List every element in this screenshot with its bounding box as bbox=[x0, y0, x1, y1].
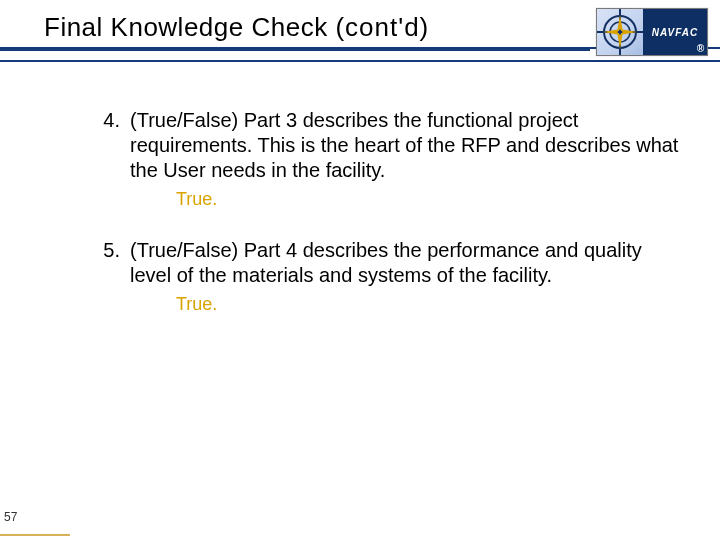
question-text: (True/False) Part 4 describes the perfor… bbox=[130, 238, 680, 288]
title-part-2: (cont'd) bbox=[335, 12, 429, 42]
slide: Final Knowledge Check (cont'd) NAVFAC bbox=[0, 0, 720, 540]
question-row: 5. (True/False) Part 4 describes the per… bbox=[84, 238, 680, 288]
question-number: 4. bbox=[84, 108, 130, 133]
question-answer: True. bbox=[176, 189, 680, 210]
question-row: 4. (True/False) Part 3 describes the fun… bbox=[84, 108, 680, 183]
question-text: (True/False) Part 3 describes the functi… bbox=[130, 108, 680, 183]
page-number: 57 bbox=[4, 510, 17, 524]
header-rule-bottom bbox=[0, 60, 720, 62]
title-part-1: Final Knowledge Check bbox=[44, 12, 335, 42]
header: Final Knowledge Check (cont'd) NAVFAC bbox=[0, 0, 720, 60]
question-number: 5. bbox=[84, 238, 130, 263]
footer-accent-line bbox=[0, 534, 70, 536]
logo-registered: ® bbox=[697, 43, 705, 54]
question-item: 5. (True/False) Part 4 describes the per… bbox=[84, 238, 680, 315]
content-body: 4. (True/False) Part 3 describes the fun… bbox=[84, 108, 680, 343]
logo-brand: NAVFAC bbox=[652, 27, 698, 38]
compass-icon bbox=[597, 9, 643, 55]
question-answer: True. bbox=[176, 294, 680, 315]
navfac-logo: NAVFAC ® bbox=[596, 8, 708, 56]
page-title: Final Knowledge Check (cont'd) bbox=[44, 12, 429, 43]
question-item: 4. (True/False) Part 3 describes the fun… bbox=[84, 108, 680, 210]
logo-text-plate: NAVFAC ® bbox=[643, 9, 707, 55]
